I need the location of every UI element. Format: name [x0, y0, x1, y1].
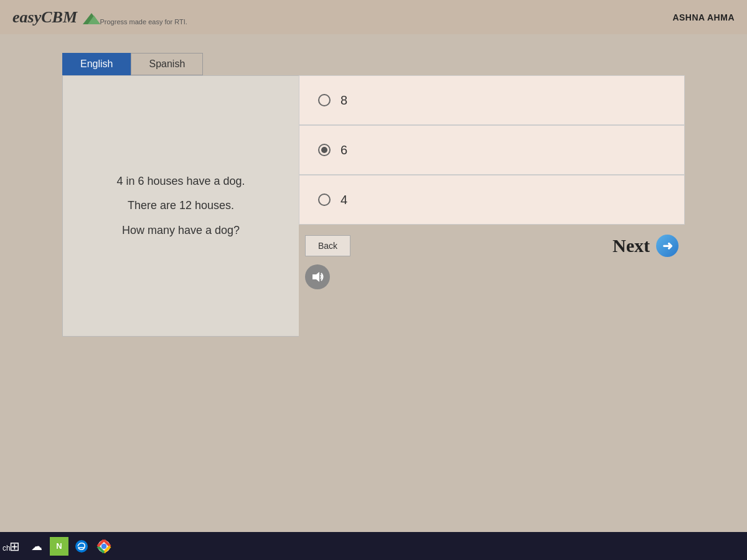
answer-label-8: 8 — [341, 93, 347, 108]
next-container: Next ➜ — [613, 235, 679, 257]
answer-option-6[interactable]: 6 — [299, 125, 685, 175]
taskbar-ch-label: ch — [2, 544, 11, 553]
svg-point-3 — [75, 540, 88, 553]
taskbar-notepad-icon[interactable]: N — [50, 537, 68, 556]
tab-spanish[interactable]: Spanish — [131, 53, 203, 75]
radio-8[interactable] — [318, 94, 331, 106]
question-panel: 4 in 6 houses have a dog. There are 12 h… — [62, 75, 299, 337]
audio-button[interactable] — [305, 264, 330, 289]
taskbar-chrome-icon[interactable] — [95, 537, 113, 556]
logo-text: easyCBM — [12, 8, 100, 27]
answers-panel: 8 6 4 Back Next ➜ — [299, 75, 685, 337]
taskbar: ch ⊞ ☁ N — [0, 532, 747, 560]
radio-6[interactable] — [318, 144, 331, 156]
speaker-icon — [311, 271, 324, 283]
svg-marker-2 — [312, 272, 319, 282]
answer-option-8[interactable]: 8 — [299, 75, 685, 125]
answer-option-4[interactable]: 4 — [299, 175, 685, 225]
svg-point-6 — [101, 544, 106, 549]
question-line2: There are 12 houses. — [82, 194, 280, 218]
audio-row — [299, 262, 685, 292]
question-container: 4 in 6 houses have a dog. There are 12 h… — [62, 75, 685, 337]
question-text: 4 in 6 houses have a dog. There are 12 h… — [82, 169, 280, 243]
main-content: English Spanish 4 in 6 houses have a dog… — [0, 34, 747, 532]
user-name: ASHNA AHMA — [672, 12, 735, 22]
next-arrow-icon[interactable]: ➜ — [656, 235, 679, 257]
logo-tagline: Progress made easy for RTI. — [100, 16, 187, 27]
language-tabs: English Spanish — [62, 53, 685, 75]
logo: easyCBM Progress made easy for RTI. — [12, 8, 187, 27]
question-line1: 4 in 6 houses have a dog. — [82, 169, 280, 194]
answer-label-6: 6 — [341, 143, 347, 157]
question-line3: How many have a dog? — [82, 218, 280, 243]
answer-label-4: 4 — [341, 193, 347, 207]
back-button[interactable]: Back — [305, 235, 350, 256]
next-label: Next — [613, 235, 650, 256]
logo-mountain-icon — [83, 13, 100, 24]
taskbar-edge-icon[interactable] — [72, 537, 91, 556]
controls-row: Back Next ➜ — [299, 225, 685, 262]
taskbar-cloud-icon[interactable]: ☁ — [27, 537, 46, 556]
radio-4[interactable] — [318, 194, 331, 206]
logo-area: easyCBM Progress made easy for RTI. — [12, 8, 187, 27]
header: easyCBM Progress made easy for RTI. ASHN… — [0, 0, 747, 34]
tab-english[interactable]: English — [62, 53, 131, 75]
